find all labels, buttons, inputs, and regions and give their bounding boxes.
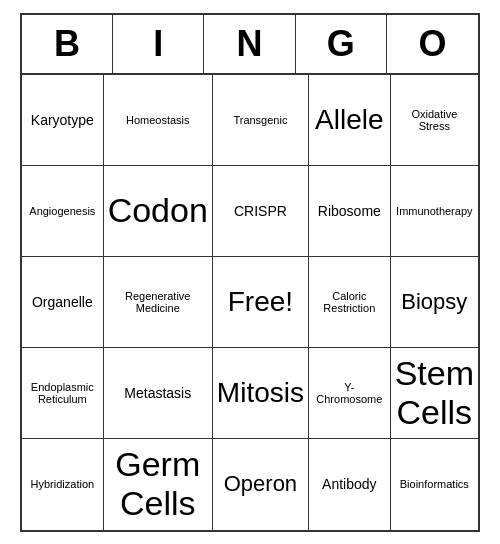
bingo-cell: Bioinformatics	[391, 439, 478, 530]
bingo-cell: Antibody	[309, 439, 391, 530]
bingo-cell: Angiogenesis	[22, 166, 104, 257]
bingo-cell: Stem Cells	[391, 348, 478, 439]
bingo-cell: Metastasis	[104, 348, 213, 439]
bingo-cell: Regenerative Medicine	[104, 257, 213, 348]
bingo-cell: Ribosome	[309, 166, 391, 257]
bingo-cell: Oxidative Stress	[391, 75, 478, 166]
bingo-cell: CRISPR	[213, 166, 309, 257]
bingo-cell: Caloric Restriction	[309, 257, 391, 348]
bingo-cell: Endoplasmic Reticulum	[22, 348, 104, 439]
header-letter: B	[22, 15, 113, 73]
bingo-cell: Organelle	[22, 257, 104, 348]
bingo-cell: Operon	[213, 439, 309, 530]
bingo-cell: Immunotherapy	[391, 166, 478, 257]
bingo-cell: Codon	[104, 166, 213, 257]
bingo-cell: Allele	[309, 75, 391, 166]
bingo-grid: KaryotypeHomeostasisTransgenicAlleleOxid…	[22, 75, 478, 530]
bingo-cell: Germ Cells	[104, 439, 213, 530]
bingo-cell: Biopsy	[391, 257, 478, 348]
bingo-cell: Mitosis	[213, 348, 309, 439]
bingo-cell: Y-Chromosome	[309, 348, 391, 439]
bingo-cell: Hybridization	[22, 439, 104, 530]
bingo-cell: Homeostasis	[104, 75, 213, 166]
bingo-cell: Transgenic	[213, 75, 309, 166]
bingo-card: BINGO KaryotypeHomeostasisTransgenicAlle…	[20, 13, 480, 532]
bingo-cell: Karyotype	[22, 75, 104, 166]
bingo-header: BINGO	[22, 15, 478, 75]
header-letter: I	[113, 15, 204, 73]
header-letter: G	[296, 15, 387, 73]
header-letter: N	[204, 15, 295, 73]
header-letter: O	[387, 15, 478, 73]
bingo-cell: Free!	[213, 257, 309, 348]
